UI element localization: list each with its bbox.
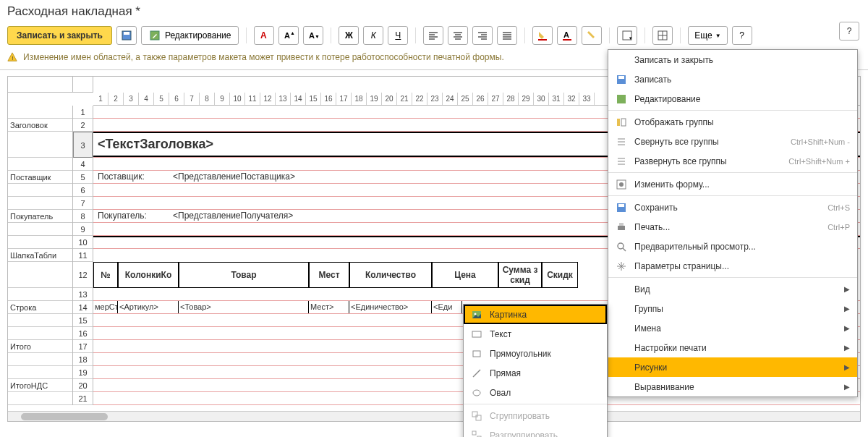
svg-rect-17: [617, 95, 626, 103]
edit-button[interactable]: Редактирование: [141, 26, 239, 45]
region-column: Заголовок Поставщик Покупатель ШапкаТабл…: [8, 106, 73, 405]
submenu-ungroup[interactable]: Разгруппировать: [464, 425, 607, 437]
svg-text:A: A: [309, 31, 315, 40]
svg-point-31: [473, 390, 480, 396]
text-color-button[interactable]: A: [557, 26, 577, 45]
svg-rect-33: [476, 415, 481, 420]
border-button[interactable]: ▾: [617, 26, 637, 45]
menu-view[interactable]: Вид▶: [608, 279, 857, 299]
submenu-line[interactable]: Прямая: [464, 363, 607, 383]
submenu-picture[interactable]: Картинка: [464, 305, 607, 324]
align-center-button[interactable]: [448, 26, 468, 45]
menu-save[interactable]: Записать: [608, 69, 857, 89]
align-right-button[interactable]: [472, 26, 493, 45]
align-left-button[interactable]: [423, 26, 443, 45]
highlight-button[interactable]: [582, 26, 602, 45]
svg-rect-34: [472, 431, 476, 435]
svg-rect-32: [472, 412, 477, 417]
svg-rect-29: [472, 331, 481, 337]
svg-point-26: [618, 243, 624, 249]
svg-rect-19: [621, 119, 626, 126]
underline-button[interactable]: Ч: [388, 26, 408, 45]
svg-rect-10: [563, 39, 571, 41]
align-justify-button[interactable]: [497, 26, 517, 45]
cells-button[interactable]: [652, 26, 673, 45]
menu-expand-all[interactable]: Развернуть все группыCtrl+Shift+Num +: [608, 151, 857, 171]
svg-text:A: A: [260, 30, 267, 41]
toolbar: Записать и закрыть Редактирование A A▲ A…: [0, 22, 868, 49]
svg-rect-16: [618, 76, 624, 79]
menu-show-groups[interactable]: Отображать группы: [608, 112, 857, 132]
menu-names[interactable]: Имена▶: [608, 318, 857, 338]
menu-change-form[interactable]: Изменить форму...: [608, 174, 857, 194]
horizontal-scrollbar[interactable]: [8, 411, 860, 421]
submenu-rect[interactable]: Прямоугольник: [464, 344, 607, 363]
menu-save-close[interactable]: Записать и закрыть: [608, 50, 857, 69]
svg-text:▼: ▼: [315, 34, 319, 39]
svg-rect-30: [473, 351, 480, 357]
menu-print[interactable]: Печать...Ctrl+P: [608, 217, 857, 237]
svg-rect-18: [617, 119, 620, 126]
menu-align[interactable]: Выравнивание▶: [608, 377, 857, 396]
more-dropdown: Записать и закрыть Записать Редактирован…: [608, 49, 858, 397]
font-smaller-button[interactable]: A▼: [303, 26, 323, 45]
submenu-oval[interactable]: Овал: [464, 383, 607, 402]
svg-rect-1: [124, 32, 129, 35]
menu-print-settings[interactable]: Настройки печати▶: [608, 338, 857, 357]
row-numbers[interactable]: 1 2 3 4 5 6 7 8 9 10 11 12 13 14 15 16 1…: [73, 106, 93, 405]
menu-groups[interactable]: Группы▶: [608, 299, 857, 318]
svg-rect-8: [538, 39, 547, 41]
submenu-text[interactable]: Текст: [464, 324, 607, 344]
menu-preview[interactable]: Предварительный просмотр...: [608, 237, 857, 256]
submenu-group[interactable]: Сгруппировать: [464, 406, 607, 425]
font-larger-button[interactable]: A▲: [278, 26, 299, 45]
save-button[interactable]: [116, 26, 137, 45]
page-title: Расходная накладная *: [7, 4, 140, 18]
bold-button[interactable]: Ж: [339, 26, 359, 45]
svg-text:▾: ▾: [629, 35, 632, 41]
svg-text:A: A: [563, 30, 569, 39]
menu-pictures[interactable]: Рисунки▶: [608, 357, 857, 377]
warning-icon: !: [7, 52, 17, 62]
pictures-submenu: Картинка Текст Прямоугольник Прямая Овал…: [463, 304, 608, 437]
bg-color-button[interactable]: [532, 26, 553, 45]
font-color-button[interactable]: A: [254, 26, 274, 45]
italic-button[interactable]: К: [363, 26, 383, 45]
more-button[interactable]: Еще▼: [688, 26, 727, 45]
svg-rect-25: [619, 223, 624, 226]
svg-rect-23: [618, 204, 624, 207]
menu-edit[interactable]: Редактирование: [608, 89, 857, 109]
menu-save-as[interactable]: СохранитьCtrl+S: [608, 198, 857, 217]
save-and-close-button[interactable]: Записать и закрыть: [7, 26, 112, 45]
svg-text:!: !: [12, 55, 13, 61]
help-button[interactable]: ?: [732, 26, 752, 45]
svg-text:A: A: [284, 31, 290, 40]
help-float-button[interactable]: ?: [839, 22, 859, 41]
svg-rect-24: [618, 226, 625, 230]
corner-cell-2[interactable]: [73, 77, 93, 93]
menu-page-params[interactable]: Параметры страницы...: [608, 256, 857, 276]
svg-point-21: [619, 182, 624, 187]
svg-text:▲: ▲: [290, 30, 294, 35]
corner-cell[interactable]: [8, 77, 73, 93]
menu-collapse-all[interactable]: Свернуть все группыCtrl+Shift+Num -: [608, 132, 857, 151]
